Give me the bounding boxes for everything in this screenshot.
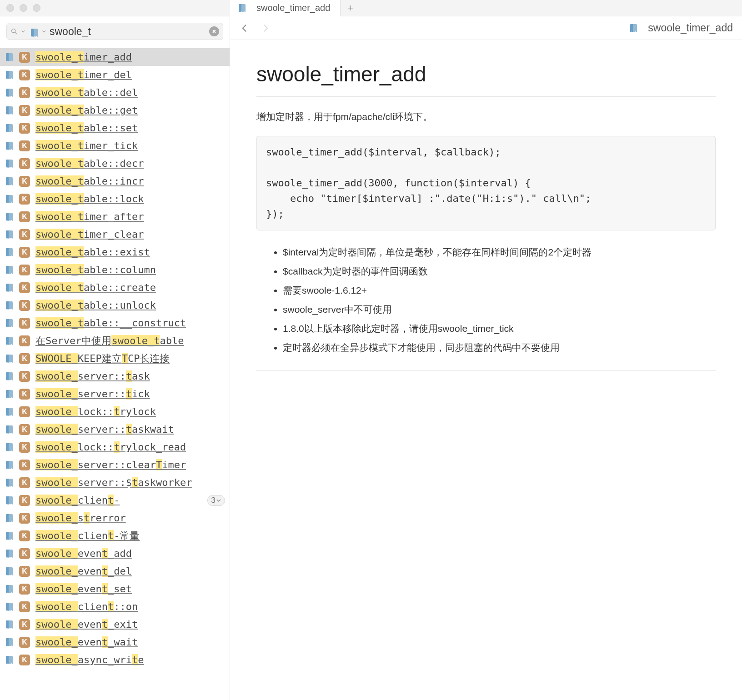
search-result-item[interactable]: Kswoole_client::on: [0, 598, 230, 615]
search-result-item[interactable]: Kswoole_timer_after: [0, 208, 230, 225]
search-result-label: swoole_server::tick: [35, 388, 150, 400]
search-result-item[interactable]: Kswoole_table::lock: [0, 190, 230, 208]
chevron-down-icon: [21, 30, 25, 33]
search-result-item[interactable]: Kswoole_timer_add: [0, 48, 230, 66]
search-result-item[interactable]: Kswoole_async_write: [0, 651, 230, 669]
search-result-item[interactable]: Kswoole_table::column: [0, 261, 230, 279]
book-icon: [3, 583, 15, 595]
search-result-label: swoole_strerror: [35, 512, 126, 524]
search-box[interactable]: [6, 23, 223, 40]
search-result-item[interactable]: Kswoole_server::$taskworker: [0, 474, 230, 491]
search-result-item[interactable]: Kswoole_table::incr: [0, 172, 230, 190]
search-result-item[interactable]: Kswoole_table::set: [0, 119, 230, 137]
search-result-item[interactable]: Kswoole_server::clearTimer: [0, 456, 230, 474]
search-result-item[interactable]: Kswoole_strerror: [0, 509, 230, 527]
search-result-item[interactable]: Kswoole_server::tick: [0, 385, 230, 403]
doc-bullet: $interval为定时器间隔，单位是毫秒，不能存在同样时间间隔的2个定时器: [283, 246, 716, 259]
kind-badge: K: [19, 176, 30, 187]
book-icon: [3, 423, 15, 436]
search-result-item[interactable]: KSWOOLE_KEEP建立TCP长连接: [0, 350, 230, 367]
search-result-item[interactable]: Kswoole_table::del: [0, 84, 230, 101]
kind-badge: K: [19, 318, 30, 329]
search-result-item[interactable]: Kswoole_event_set: [0, 580, 230, 598]
search-result-label: swoole_server::clearTimer: [35, 459, 186, 470]
code-block[interactable]: swoole_timer_add($interval, $callback); …: [256, 136, 716, 230]
book-icon: [3, 618, 15, 631]
nav-back-button[interactable]: [239, 23, 250, 34]
search-result-item[interactable]: Kswoole_event_wait: [0, 633, 230, 651]
book-icon: [3, 86, 15, 99]
search-result-item[interactable]: Kswoole_client-3: [0, 491, 230, 509]
result-count-badge[interactable]: 3: [207, 495, 225, 506]
search-result-label: swoole_event_add: [35, 548, 132, 559]
search-results: Kswoole_timer_addKswoole_timer_delKswool…: [0, 48, 230, 700]
traffic-light-close[interactable]: [6, 4, 14, 12]
search-result-item[interactable]: Kswoole_event_add: [0, 545, 230, 562]
search-result-item[interactable]: Kswoole_lock::trylock: [0, 403, 230, 420]
kind-badge: K: [19, 460, 30, 470]
search-result-item[interactable]: Kswoole_timer_tick: [0, 137, 230, 155]
book-icon: [3, 122, 15, 135]
search-result-item[interactable]: Kswoole_timer_del: [0, 66, 230, 84]
search-result-item[interactable]: Kswoole_table::unlock: [0, 296, 230, 314]
search-result-item[interactable]: Kswoole_event_del: [0, 562, 230, 580]
kind-badge: K: [19, 158, 30, 169]
search-result-item[interactable]: Kswoole_lock::trylock_read: [0, 438, 230, 456]
search-result-label: swoole_table::__construct: [35, 317, 186, 329]
search-result-label: swoole_timer_add: [35, 51, 132, 63]
search-result-item[interactable]: Kswoole_table::__construct: [0, 314, 230, 332]
search-result-label: swoole_client::on: [35, 601, 138, 612]
book-icon: [3, 565, 15, 578]
kind-badge: K: [19, 282, 30, 293]
search-result-item[interactable]: Kswoole_server::taskwait: [0, 420, 230, 438]
book-icon: [3, 547, 15, 560]
clear-search-button[interactable]: [209, 26, 219, 36]
search-result-label: swoole_table::incr: [35, 175, 144, 187]
kind-badge: K: [19, 619, 30, 630]
search-scope-icon[interactable]: [29, 27, 39, 35]
search-result-item[interactable]: Kswoole_table::decr: [0, 155, 230, 172]
doc-bullet: 需要swoole-1.6.12+: [283, 284, 716, 297]
traffic-light-minimize[interactable]: [20, 4, 27, 12]
close-icon: [212, 29, 216, 34]
search-result-item[interactable]: Kswoole_server::task: [0, 367, 230, 385]
search-result-item[interactable]: Kswoole_table::get: [0, 101, 230, 119]
svg-line-1: [15, 32, 17, 34]
kind-badge: K: [19, 442, 30, 453]
book-icon: [627, 22, 640, 35]
tab-bar: swoole_timer_add +: [230, 0, 742, 16]
book-icon: [3, 264, 15, 276]
book-icon: [3, 175, 15, 188]
search-result-item[interactable]: Kswoole_event_exit: [0, 615, 230, 633]
kind-badge: K: [19, 247, 30, 258]
window-titlebar: [0, 0, 230, 16]
chevron-down-icon: [216, 498, 221, 503]
search-result-item[interactable]: Kswoole_timer_clear: [0, 225, 230, 243]
traffic-light-zoom[interactable]: [33, 4, 40, 12]
search-result-item[interactable]: Kswoole_table::exist: [0, 243, 230, 261]
doc-intro: 增加定时器，用于fpm/apache/cli环境下。: [256, 110, 716, 123]
search-result-label: swoole_table::create: [35, 282, 156, 293]
tab-active[interactable]: swoole_timer_add: [230, 0, 341, 16]
search-result-item[interactable]: Kswoole_client-常量: [0, 527, 230, 545]
book-icon: [3, 246, 15, 259]
doc-bullet: 定时器必须在全异步模式下才能使用，同步阻塞的代码中不要使用: [283, 341, 716, 354]
search-result-label: swoole_event_set: [35, 583, 132, 595]
kind-badge: K: [19, 87, 30, 98]
search-icon: [10, 28, 18, 35]
search-input[interactable]: [50, 25, 206, 38]
doc-bullets: $interval为定时器间隔，单位是毫秒，不能存在同样时间间隔的2个定时器$c…: [256, 246, 716, 354]
search-result-label: 在Server中使用swoole_table: [35, 334, 184, 348]
book-icon: [3, 228, 15, 241]
search-result-item[interactable]: Kswoole_table::create: [0, 279, 230, 296]
search-result-label: swoole_table::del: [35, 87, 138, 98]
new-tab-button[interactable]: +: [341, 0, 360, 16]
nav-title: swoole_timer_add: [627, 22, 733, 35]
window-top: swoole_timer_add +: [0, 0, 742, 16]
nav-forward-button[interactable]: [260, 23, 271, 34]
book-icon: [3, 335, 15, 347]
book-icon: [3, 388, 15, 400]
kind-badge: K: [19, 52, 30, 63]
search-result-label: swoole_event_del: [35, 565, 132, 577]
search-result-item[interactable]: K在Server中使用swoole_table: [0, 332, 230, 350]
